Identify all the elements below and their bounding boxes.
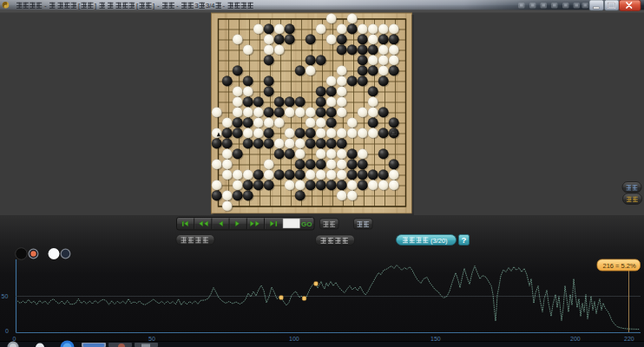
svg-text:50: 50 bbox=[148, 336, 155, 342]
svg-text:50: 50 bbox=[2, 293, 9, 299]
svg-text:?: ? bbox=[462, 235, 467, 245]
svg-text:-: - bbox=[157, 2, 160, 10]
svg-text:100: 100 bbox=[289, 336, 299, 342]
svg-text:]: ] bbox=[95, 2, 96, 10]
svg-text:-: - bbox=[176, 2, 179, 10]
svg-text:0: 0 bbox=[13, 336, 16, 342]
svg-text:150: 150 bbox=[430, 336, 441, 342]
svg-text:]: ] bbox=[153, 2, 154, 10]
svg-text:200: 200 bbox=[570, 336, 581, 342]
svg-text:-: - bbox=[44, 2, 47, 10]
svg-text:3/4: 3/4 bbox=[206, 2, 214, 10]
svg-text:3: 3 bbox=[195, 2, 199, 10]
svg-text:GO: GO bbox=[301, 220, 312, 228]
svg-text:-: - bbox=[223, 2, 226, 10]
svg-text:220: 220 bbox=[624, 336, 634, 342]
svg-text:(3/20): (3/20) bbox=[430, 237, 448, 245]
svg-text:0: 0 bbox=[5, 328, 9, 334]
svg-text:216 = 5.2%: 216 = 5.2% bbox=[603, 262, 636, 270]
